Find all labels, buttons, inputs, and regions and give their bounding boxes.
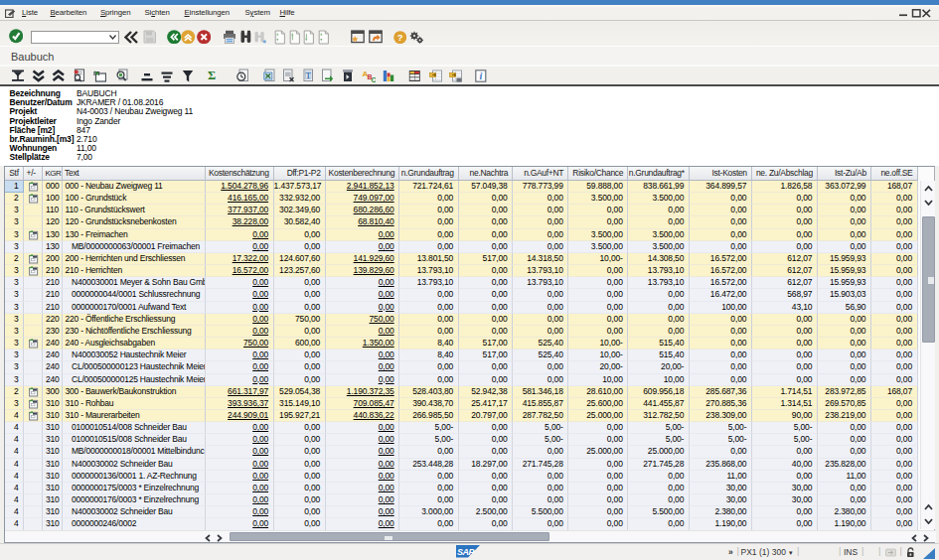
- svg-text:?: ?: [396, 32, 402, 43]
- svg-text:SAP: SAP: [457, 547, 476, 557]
- svg-text:T: T: [305, 70, 310, 79]
- svg-text:C: C: [372, 75, 377, 82]
- svg-text:i: i: [479, 70, 482, 81]
